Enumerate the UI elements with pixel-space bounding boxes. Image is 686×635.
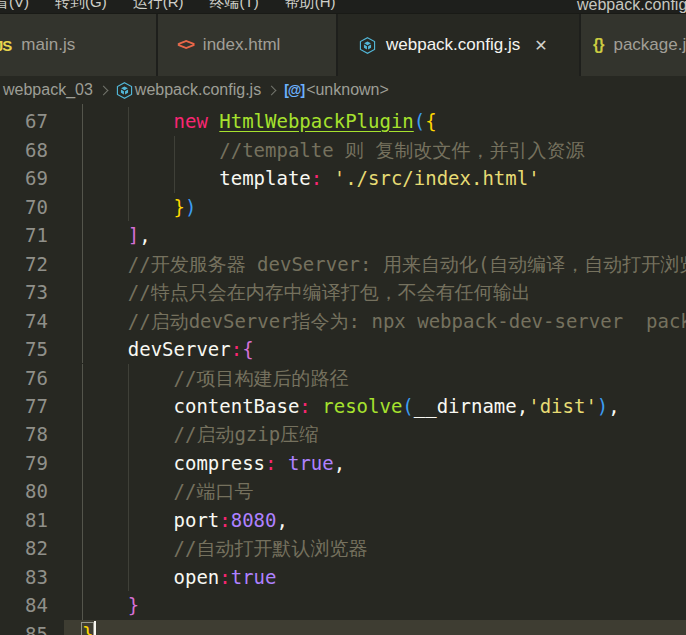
- code-line-75[interactable]: 75 devServer:{: [0, 335, 686, 363]
- code-line-81[interactable]: 81 port:8080,: [0, 506, 686, 534]
- code-text: }: [82, 620, 93, 635]
- code-text: //端口号: [82, 477, 253, 505]
- line-number: 70: [0, 193, 48, 221]
- code-line-80[interactable]: 80 //端口号: [0, 477, 686, 505]
- webpack-icon: [359, 37, 376, 54]
- code-text: //开发服务器 devServer: 用来自动化(自动编译，自动打开浏览器): [82, 250, 686, 278]
- chevron-right-icon: [267, 85, 277, 95]
- menu-item-1[interactable]: 转到(G): [42, 0, 120, 12]
- line-number: 79: [0, 449, 48, 477]
- code-text: compress: true,: [82, 449, 345, 477]
- code-text: port:8080,: [82, 506, 288, 534]
- code-line-73[interactable]: 73 //特点只会在内存中编译打包，不会有任何输出: [0, 278, 686, 306]
- tab-main.js[interactable]: JSmain.js: [0, 14, 156, 76]
- html-icon: <>: [177, 35, 193, 55]
- code-line-82[interactable]: 82 //自动打开默认浏览器: [0, 534, 686, 562]
- code-line-70[interactable]: 70 }): [0, 193, 686, 221]
- text-cursor: [94, 621, 96, 635]
- menu-item-3[interactable]: 终端(T): [197, 0, 272, 12]
- json-icon: {}: [593, 36, 603, 54]
- line-number: 80: [0, 477, 48, 505]
- line-number: 82: [0, 534, 48, 562]
- code-text: //启动gzip压缩: [82, 420, 318, 448]
- line-number: 81: [0, 506, 48, 534]
- tab-label: webpack.config.js: [386, 35, 520, 55]
- tab-label: index.html: [203, 35, 280, 55]
- close-icon[interactable]: ✕: [534, 36, 547, 55]
- chevron-right-icon: [98, 85, 108, 95]
- tab-bar: JSmain.js<>index.htmlwebpack.config.js✕{…: [0, 14, 686, 76]
- line-number: 72: [0, 250, 48, 278]
- menu-bar: 查看(V)转到(G)运行(R)终端(T)帮助(H) webpack.config…: [0, 0, 686, 14]
- code-line-83[interactable]: 83 open:true: [0, 563, 686, 591]
- code-line-71[interactable]: 71 ],: [0, 221, 686, 249]
- code-text: new HtmlWebpackPlugin({: [82, 107, 437, 135]
- code-line-79[interactable]: 79 compress: true,: [0, 449, 686, 477]
- line-number: 78: [0, 420, 48, 448]
- code-text: //项目构建后的路径: [82, 364, 348, 392]
- code-text: //自动打开默认浏览器: [82, 534, 367, 562]
- tab-webpack.config.js[interactable]: webpack.config.js✕: [338, 14, 579, 76]
- code-line-67[interactable]: 67 new HtmlWebpackPlugin({: [0, 107, 686, 135]
- symbol-icon: [@]: [284, 82, 304, 98]
- code-text: //特点只会在内存中编译打包，不会有任何输出: [82, 278, 531, 306]
- line-number: 74: [0, 307, 48, 335]
- window-title: webpack.config.js: [577, 0, 686, 14]
- tab-label: package.json: [613, 35, 686, 55]
- code-line-69[interactable]: 69 template: './src/index.html': [0, 164, 686, 192]
- code-text: contentBase: resolve(__dirname,'dist'),: [82, 392, 620, 420]
- code-line-77[interactable]: 77 contentBase: resolve(__dirname,'dist'…: [0, 392, 686, 420]
- vscode-window: 查看(V)转到(G)运行(R)终端(T)帮助(H) webpack.config…: [0, 0, 686, 635]
- code-text: ],: [82, 221, 151, 249]
- code-line-85[interactable]: 85}: [0, 620, 686, 635]
- line-number: 73: [0, 278, 48, 306]
- code-text: template: './src/index.html': [82, 164, 540, 192]
- code-text: devServer:{: [82, 335, 254, 363]
- breadcrumb-item[interactable]: webpack.config.js: [135, 81, 261, 99]
- menu-item-0[interactable]: 查看(V): [0, 0, 42, 12]
- line-number: 75: [0, 335, 48, 363]
- tab-label: main.js: [21, 35, 75, 55]
- code-text: }): [82, 193, 196, 221]
- line-number: 77: [0, 392, 48, 420]
- tab-index.html[interactable]: <>index.html: [158, 14, 336, 76]
- code-line-76[interactable]: 76 //项目构建后的路径: [0, 364, 686, 392]
- code-text: open:true: [82, 563, 277, 591]
- line-number: 67: [0, 107, 48, 135]
- code-text: //启动devServer指令为: npx webpack-dev-server…: [82, 307, 686, 335]
- line-number: 85: [0, 620, 48, 635]
- webpack-icon: [116, 82, 133, 99]
- code-text: //tempalte 则 复制改文件，并引入资源: [82, 136, 585, 164]
- breadcrumb-item[interactable]: <unknown>: [306, 81, 389, 99]
- code-editor[interactable]: 66 plugins: [67 new HtmlWebpackPlugin({6…: [0, 104, 686, 635]
- js-icon: JS: [0, 37, 11, 54]
- code-line-78[interactable]: 78 //启动gzip压缩: [0, 420, 686, 448]
- line-number: 84: [0, 591, 48, 619]
- menu-item-2[interactable]: 运行(R): [120, 0, 197, 12]
- code-line-68[interactable]: 68 //tempalte 则 复制改文件，并引入资源: [0, 136, 686, 164]
- code-line-72[interactable]: 72 //开发服务器 devServer: 用来自动化(自动编译，自动打开浏览器…: [0, 250, 686, 278]
- breadcrumb: webpack_03webpack.config.js[@]<unknown>: [0, 76, 686, 104]
- menu-items: 查看(V)转到(G)运行(R)终端(T)帮助(H): [0, 0, 348, 12]
- line-number: 68: [0, 136, 48, 164]
- tab-package.json[interactable]: {}package.json: [581, 14, 686, 76]
- code-text: }: [82, 591, 139, 619]
- code-line-84[interactable]: 84 }: [0, 591, 686, 619]
- breadcrumb-item[interactable]: webpack_03: [3, 81, 93, 99]
- line-number: 83: [0, 563, 48, 591]
- menu-item-4[interactable]: 帮助(H): [272, 0, 349, 12]
- line-number: 71: [0, 221, 48, 249]
- line-number: 69: [0, 164, 48, 192]
- line-number: 76: [0, 364, 48, 392]
- code-line-74[interactable]: 74 //启动devServer指令为: npx webpack-dev-ser…: [0, 307, 686, 335]
